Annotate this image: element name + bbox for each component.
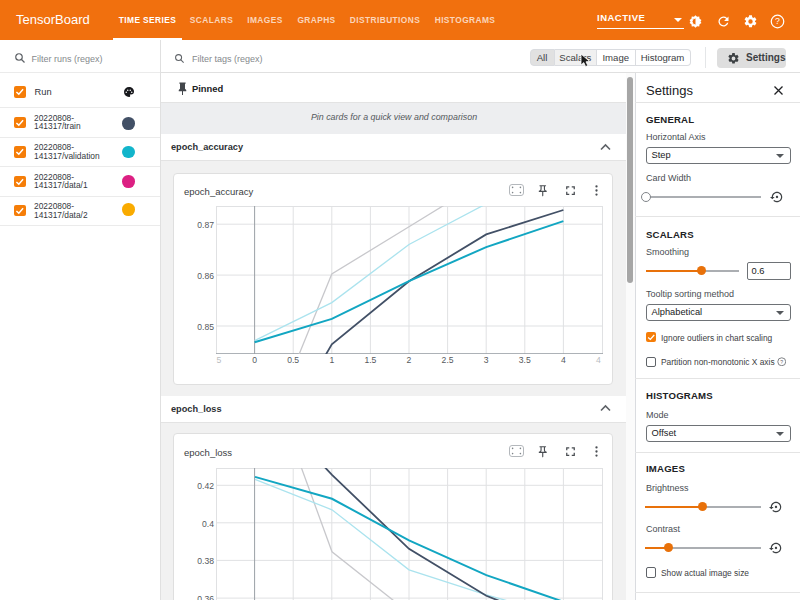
svg-text:?: ? [775,16,780,26]
svg-text:?: ? [780,359,783,365]
